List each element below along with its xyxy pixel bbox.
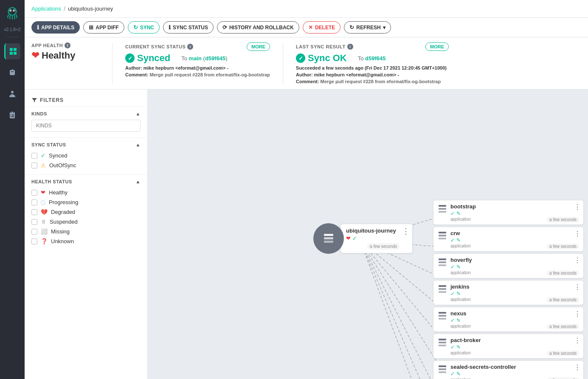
- jenkins-edit-icon: ✎: [456, 291, 461, 297]
- svg-rect-24: [439, 211, 446, 213]
- app-node-pact-broker[interactable]: pact-broker ✓ ✎ application ⋮ a few seco…: [433, 334, 584, 359]
- app-node-sealed-secrets[interactable]: sealed-secrets-controller ✓ ✎ applicatio…: [433, 360, 584, 379]
- missing-checkbox[interactable]: [31, 229, 37, 235]
- refresh-button[interactable]: ↻ REFRESH ▾: [344, 21, 391, 34]
- svg-rect-34: [439, 312, 446, 314]
- degraded-checkbox[interactable]: [31, 209, 37, 215]
- synced-checkbox[interactable]: [31, 153, 37, 159]
- svg-rect-36: [439, 318, 446, 320]
- pact-broker-sync-icon: ✓: [450, 344, 455, 350]
- jenkins-time: a few seconds: [547, 297, 579, 303]
- hoverfly-menu-button[interactable]: ⋮: [574, 256, 581, 264]
- outofsync-checkbox[interactable]: [31, 163, 37, 168]
- healthy-checkbox[interactable]: [31, 190, 37, 196]
- bootstrap-name: bootstrap: [450, 203, 579, 210]
- svg-rect-39: [439, 345, 446, 346]
- sidebar-icon-user[interactable]: [4, 86, 20, 102]
- sync-status-more-button[interactable]: MORE: [247, 42, 270, 51]
- filter-kinds-header[interactable]: KINDS ▲: [31, 111, 141, 116]
- filters-panel: FILTERS KINDS ▲ SYNC STATUS ▲: [25, 90, 148, 379]
- sidebar-icon-logs[interactable]: [4, 107, 20, 123]
- filter-healthy-item[interactable]: ❤ Healthy: [31, 188, 141, 197]
- filter-suspended-item[interactable]: ⏸ Suspended: [31, 217, 141, 227]
- svg-point-5: [14, 10, 14, 11]
- sync-status-section: CURRENT SYNC STATUS i MORE ✓ Synced To m…: [125, 42, 270, 77]
- synced-status-icon: ✓: [41, 152, 45, 159]
- pact-broker-time: a few seconds: [547, 351, 579, 356]
- filter-degraded-item[interactable]: 💔 Degraded: [31, 207, 141, 217]
- sealed-secrets-edit-icon: ✎: [456, 371, 461, 377]
- filter-outofsync-item[interactable]: ⚠ OutOfSync: [31, 160, 141, 170]
- sync-comment-meta: Comment: Merge pull request #228 from ef…: [125, 72, 270, 77]
- main-node-menu-button[interactable]: ⋮: [402, 227, 410, 236]
- unknown-checkbox[interactable]: [31, 239, 37, 244]
- filter-synced-item[interactable]: ✓ Synced: [31, 151, 141, 160]
- filter-sync-status-header[interactable]: SYNC STATUS ▲: [31, 142, 141, 147]
- refresh-dropdown-icon: ▾: [383, 25, 385, 31]
- crw-menu-button[interactable]: ⋮: [574, 230, 581, 238]
- jenkins-layers-icon: [438, 284, 447, 295]
- sealed-secrets-name: sealed-secrets-controller: [450, 364, 579, 370]
- nexus-layers-icon: [438, 311, 447, 322]
- bootstrap-edit-icon: ✎: [456, 211, 461, 216]
- pact-broker-menu-button[interactable]: ⋮: [574, 337, 581, 345]
- healthy-label: Healthy: [49, 189, 68, 196]
- app-node-bootstrap[interactable]: bootstrap ✓ ✎ application ⋮ a few second…: [433, 200, 584, 225]
- sidebar-icon-apps[interactable]: [4, 43, 20, 59]
- sidebar-icon-settings[interactable]: [4, 65, 20, 81]
- svg-rect-7: [14, 48, 17, 51]
- sync-status-button[interactable]: ℹ SYNC STATUS: [163, 21, 214, 34]
- app-health-value: ❤ Healthy: [31, 50, 99, 61]
- bootstrap-sync-icon: ✓: [450, 211, 455, 216]
- crw-edit-icon: ✎: [456, 237, 461, 243]
- svg-line-17: [360, 240, 436, 379]
- app-node-jenkins[interactable]: jenkins ✓ ✎ application ⋮ a few seconds: [433, 280, 584, 305]
- last-sync-author: Author: mike hepburn <eformat@gmail.com>…: [296, 72, 449, 77]
- progressing-status-icon: ◌: [41, 199, 45, 205]
- app-logo: [3, 4, 22, 23]
- svg-point-1: [8, 8, 16, 15]
- crw-status: ✓ ✎: [450, 237, 579, 243]
- nexus-name: nexus: [450, 310, 579, 317]
- sealed-secrets-info: sealed-secrets-controller ✓ ✎ applicatio…: [450, 364, 579, 379]
- sealed-secrets-status: ✓ ✎: [450, 371, 579, 377]
- app-node-nexus[interactable]: nexus ✓ ✎ application ⋮ a few seconds: [433, 307, 584, 332]
- svg-rect-29: [439, 261, 446, 263]
- sync-branch: main: [189, 55, 202, 62]
- nexus-menu-button[interactable]: ⋮: [574, 310, 581, 318]
- bootstrap-menu-button[interactable]: ⋮: [574, 203, 581, 211]
- breadcrumb-applications-link[interactable]: Applications: [31, 6, 61, 12]
- suspended-checkbox[interactable]: [31, 219, 37, 225]
- filter-progressing-item[interactable]: ◌ Progressing: [31, 197, 141, 207]
- crw-layers-icon: [438, 231, 447, 242]
- main-node-circle[interactable]: [313, 223, 344, 254]
- missing-label: Missing: [51, 228, 70, 235]
- progressing-checkbox[interactable]: [31, 199, 37, 205]
- kinds-filter-input[interactable]: [31, 120, 141, 132]
- sealed-secrets-sync-icon: ✓: [450, 371, 455, 377]
- collapse-kinds-icon: ▲: [136, 111, 141, 116]
- crw-sync-icon: ✓: [450, 237, 455, 243]
- sync-button[interactable]: ↻ SYNC: [128, 21, 160, 34]
- last-sync-more-button[interactable]: MORE: [425, 42, 449, 51]
- filter-unknown-item[interactable]: ❓ Unknown: [31, 236, 141, 246]
- delete-button[interactable]: ✕ DELETE: [303, 21, 340, 34]
- app-node-hoverfly[interactable]: hoverfly ✓ ✎ application ⋮ a few seconds: [433, 253, 584, 278]
- synced-label: Synced: [49, 152, 67, 159]
- app-node-crw[interactable]: crw ✓ ✎ application ⋮ a few seconds: [433, 227, 584, 252]
- nexus-status: ✓ ✎: [450, 317, 579, 323]
- nexus-time: a few seconds: [547, 324, 579, 329]
- sealed-secrets-layers-icon: [438, 365, 447, 376]
- jenkins-menu-button[interactable]: ⋮: [574, 283, 581, 291]
- svg-rect-30: [439, 264, 446, 266]
- svg-rect-6: [10, 48, 13, 51]
- app-diff-button[interactable]: ⊞ APP DIFF: [83, 21, 124, 34]
- jenkins-sync-icon: ✓: [450, 291, 455, 297]
- filter-health-status-header[interactable]: HEALTH STATUS ▲: [31, 179, 141, 184]
- status-divider-1: [112, 42, 113, 84]
- sealed-secrets-menu-button[interactable]: ⋮: [574, 363, 581, 371]
- app-details-button[interactable]: ℹ APP DETAILS: [31, 21, 80, 34]
- suspended-label: Suspended: [50, 219, 78, 225]
- filter-missing-item[interactable]: ⬜ Missing: [31, 227, 141, 236]
- history-rollback-button[interactable]: ⟳ HISTORY AND ROLLBACK: [217, 21, 299, 34]
